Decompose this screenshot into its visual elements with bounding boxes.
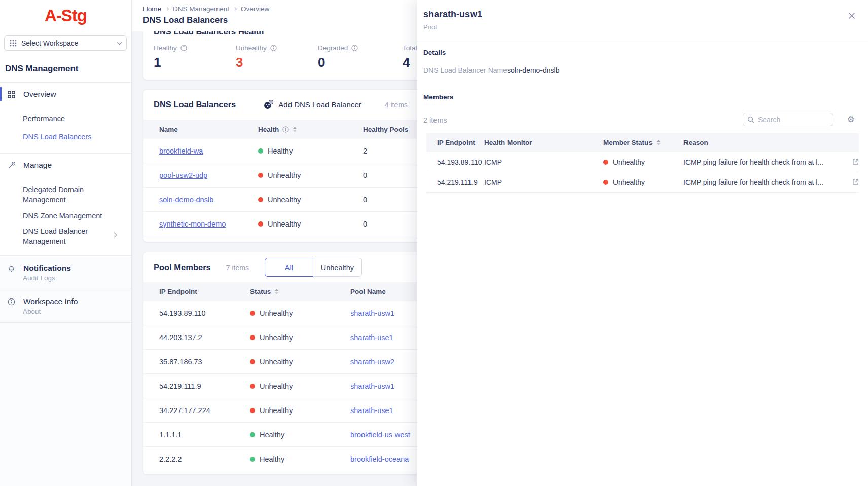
status-dot [250,335,255,340]
members-table: IP Endpoint Health Monitor Member Status… [426,133,859,193]
detail-label: DNS Load Balancer Name [423,66,507,74]
add-button-label: Add DNS Load Balancer [278,100,361,109]
sidebar-item-label: Overview [23,90,56,99]
lb-name-link[interactable]: soln-demo-dnslb [159,196,213,204]
sidebar-item-notifications[interactable]: Notifications [0,263,131,273]
sidebar-section-workspace-info: Workspace Info About [0,289,131,322]
status-label: Unhealthy [613,178,645,186]
reason-text: ICMP ping failure for health check from … [683,178,846,186]
active-indicator [0,87,2,101]
pool-name-link[interactable]: brookfield-oceana [350,455,409,463]
pool-members-title: Pool Members [154,263,211,272]
pool-name-link[interactable]: brookfield-us-west [350,431,410,439]
sidebar-section-notifications: Notifications Audit Logs [0,256,131,289]
health-label: Healthy [268,147,293,155]
status-dot [258,197,263,202]
status-label: Unhealthy [260,333,293,342]
ip-endpoint: 54.219.111.9 [437,178,484,186]
pool-name-link[interactable]: sharath-usw2 [350,358,394,366]
lb-name-link[interactable]: pool-usw2-udp [159,171,207,179]
add-load-balancer-icon [263,100,274,109]
sidebar-item-about[interactable]: About [23,308,131,315]
sidebar-item-performance[interactable]: Performance [23,114,105,124]
tab-unhealthy[interactable]: Unhealthy [313,258,362,277]
ip-endpoint: 1.1.1.1 [159,431,250,439]
chevron-right-icon [233,7,237,11]
status-dot [250,359,255,364]
reason-text: ICMP ping failure for health check from … [683,158,846,166]
column-name: Name [159,126,178,133]
workspace-selector[interactable]: Select Workspace [4,35,127,51]
tab-all[interactable]: All [265,258,313,277]
sidebar-item-overview[interactable]: Overview [0,83,131,105]
status-label: Unhealthy [260,358,293,366]
breadcrumb-home[interactable]: Home [143,5,161,13]
add-dns-load-balancer-button[interactable]: Add DNS Load Balancer [263,100,361,109]
search-input[interactable] [758,116,828,124]
pool-name-link[interactable]: sharath-usw1 [350,309,394,317]
pool-name-link[interactable]: sharath-use1 [350,333,393,342]
sidebar: A-Stg Select Workspace DNS Management Ov… [0,0,132,486]
info-icon[interactable] [351,45,358,51]
workspace-grid-icon [10,40,17,47]
sort-icon[interactable] [274,288,279,295]
app-logo: A-Stg [0,4,131,27]
sidebar-item-audit-logs[interactable]: Audit Logs [23,274,131,282]
sidebar-item-dns-zone-management[interactable]: DNS Zone Management [23,211,105,221]
breadcrumb-overview[interactable]: Overview [241,5,269,13]
health-label: Unhealthy [268,220,301,228]
health-label: Unhealthy [268,196,301,204]
gear-icon[interactable]: ⚙ [846,114,856,124]
divider [417,41,868,41]
ip-endpoint: 54.193.89.110 [437,158,484,166]
external-link-icon[interactable] [846,179,859,185]
lb-name-link[interactable]: synthetic-mon-demo [159,220,226,228]
lb-card-title: DNS Load Balancers [154,100,236,109]
close-icon[interactable] [847,11,857,21]
info-circle-icon [8,298,15,306]
ip-endpoint: 54.193.89.110 [159,309,250,317]
sort-icon[interactable] [293,126,297,133]
stat-label: Unhealthy [236,44,267,52]
sidebar-item-dns-load-balancers[interactable]: DNS Load Balancers [23,132,105,142]
column-health: Health [258,126,279,133]
info-icon[interactable] [282,126,289,133]
external-link-icon[interactable] [846,159,859,165]
pool-name-link[interactable]: sharath-usw1 [350,382,394,390]
stat-value: 0 [318,55,358,70]
status-dot [250,457,255,462]
status-label: Unhealthy [260,309,293,317]
pool-name-link[interactable]: sharath-use1 [350,406,393,415]
health-label: Unhealthy [268,171,301,179]
lb-name-link[interactable]: brookfield-wa [159,147,203,155]
sort-icon[interactable] [656,139,661,146]
pool-detail-panel: sharath-usw1 Pool Details DNS Load Balan… [417,0,868,486]
info-icon[interactable] [180,45,187,51]
sidebar-item-manage[interactable]: Manage [0,154,131,176]
panel-title: sharath-usw1 [423,9,482,20]
sidebar-item-dns-load-balancer-management[interactable]: DNS Load Balancer Management [23,226,105,246]
chevron-down-icon [117,40,122,45]
health-monitor: ICMP [484,178,603,186]
column-ip-endpoint: IP Endpoint [159,288,197,295]
search-icon [747,116,754,123]
column-healthy-pools: Healthy Pools [363,126,408,133]
wrench-icon [8,162,15,169]
sidebar-item-workspace-info[interactable]: Workspace Info [0,296,131,306]
members-table-header: IP Endpoint Health Monitor Member Status… [426,133,859,152]
breadcrumb-dns-management[interactable]: DNS Management [173,5,229,13]
stat-value: 4 [403,55,417,70]
overview-grid-icon [8,91,15,98]
stat-label: Healthy [154,44,177,52]
status-label: Healthy [260,455,284,463]
stat-value: 1 [154,55,187,70]
info-icon[interactable] [270,45,277,51]
sidebar-item-delegated-domain-management[interactable]: Delegated Domain Management [23,184,105,205]
sidebar-heading: DNS Management [5,64,131,74]
workspace-selector-label: Select Workspace [21,39,113,47]
status-dot [258,148,263,154]
stat-total: Total 4 [403,44,417,70]
status-label: Unhealthy [260,382,293,390]
details-heading: Details [423,49,446,56]
sidebar-item-label: DNS Load Balancer Management [23,227,88,245]
